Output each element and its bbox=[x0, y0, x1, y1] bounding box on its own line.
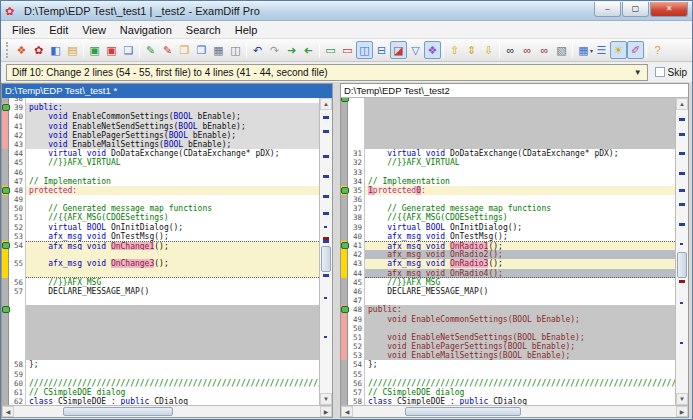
code-line[interactable]: //}}AFX_VIRTUAL bbox=[26, 158, 319, 167]
copy-second-file-button[interactable]: ❐ bbox=[193, 41, 210, 59]
menu-files[interactable]: Files bbox=[5, 23, 42, 37]
current-diff-button[interactable]: ⇕ bbox=[463, 41, 480, 59]
find-next-button[interactable]: ∞ bbox=[519, 41, 536, 59]
code-line[interactable] bbox=[365, 122, 675, 131]
copy-first-file-button[interactable]: ❐ bbox=[176, 41, 193, 59]
save-all-button[interactable]: ❏ bbox=[120, 41, 137, 59]
show-differences-button[interactable]: ◪ bbox=[390, 41, 407, 59]
code-line[interactable]: //}}AFX_MSG bbox=[365, 278, 675, 287]
code-line[interactable]: DECLARE_MESSAGE_MAP() bbox=[26, 287, 319, 296]
minimize-button[interactable]: – bbox=[594, 2, 621, 17]
find-button[interactable]: ∞ bbox=[502, 41, 519, 59]
code-line[interactable] bbox=[365, 112, 675, 121]
code-line[interactable]: void EnableMailSettings(BOOL bEnable); bbox=[26, 140, 319, 149]
chevron-down-icon[interactable]: ▼ bbox=[630, 68, 642, 77]
show-second-pane-button[interactable]: ▭ bbox=[339, 41, 356, 59]
edit-first-file-button[interactable]: ✎ bbox=[142, 41, 159, 59]
save-second-file-button[interactable]: ▣ bbox=[103, 41, 120, 59]
previous-diff-button[interactable]: ⇧ bbox=[446, 41, 463, 59]
scroll-up-arrow-icon[interactable]: ▲ bbox=[320, 98, 332, 110]
code-line[interactable] bbox=[26, 305, 319, 314]
code-line[interactable]: DECLARE_MESSAGE_MAP() bbox=[365, 287, 675, 296]
compare-result-button[interactable]: ✿ bbox=[30, 41, 47, 59]
menu-edit[interactable]: Edit bbox=[42, 23, 75, 37]
code-line[interactable]: //{{AFX_MSG(CDOESettings) bbox=[26, 213, 319, 222]
code-line[interactable]: }; bbox=[365, 360, 675, 369]
maximize-button[interactable]: ▢ bbox=[622, 2, 649, 17]
code-line[interactable]: // Implementation bbox=[365, 177, 675, 186]
code-line[interactable] bbox=[26, 351, 319, 360]
save-first-file-button[interactable]: ▣ bbox=[86, 41, 103, 59]
first-file-vertical-scrollbar[interactable]: ▲ ▼ bbox=[319, 98, 332, 405]
menu-navigation[interactable]: Navigation bbox=[113, 23, 179, 37]
menu-help[interactable]: Help bbox=[228, 23, 265, 37]
swap-panes-button[interactable]: ◧ bbox=[47, 41, 64, 59]
horizontal-scroll-thumb[interactable] bbox=[405, 407, 521, 416]
code-line[interactable] bbox=[26, 296, 319, 305]
code-line[interactable] bbox=[26, 195, 319, 204]
code-line[interactable]: afx_msg void OnRadio3(); bbox=[365, 259, 675, 268]
next-diff-button[interactable]: ⇩ bbox=[480, 41, 497, 59]
code-line[interactable]: afx_msg void OnRadio1(); bbox=[365, 241, 675, 250]
code-line[interactable] bbox=[365, 296, 675, 305]
vertical-scroll-thumb[interactable] bbox=[677, 252, 687, 278]
code-line[interactable]: afx_msg void OnChange1(); bbox=[26, 241, 319, 250]
sync-scrolling-button[interactable]: ☀ bbox=[610, 41, 627, 59]
code-line[interactable]: //{{AFX_MSG(CDOESettings) bbox=[365, 213, 675, 222]
code-line[interactable] bbox=[365, 168, 675, 177]
undo-button[interactable]: ↶ bbox=[249, 41, 266, 59]
scroll-up-arrow-icon[interactable]: ▲ bbox=[676, 98, 688, 110]
code-line[interactable]: void EnablePagerSettings(BOOL bEnable); bbox=[365, 342, 675, 351]
code-line[interactable]: virtual void DoDataExchange(CDataExchang… bbox=[26, 149, 319, 158]
compare-files-button[interactable]: ❖ bbox=[13, 41, 30, 59]
code-line[interactable]: void EnablePagerSettings(BOOL bEnable); bbox=[26, 131, 319, 140]
code-line[interactable]: // Generated message map functions bbox=[26, 204, 319, 213]
code-line[interactable]: afx_msg void OnRadio4(); bbox=[365, 269, 675, 278]
scroll-down-arrow-icon[interactable]: ▼ bbox=[320, 393, 332, 405]
code-line[interactable] bbox=[365, 370, 675, 379]
first-file-horizontal-scrollbar[interactable]: ◀ ▶ bbox=[2, 405, 332, 417]
code-line[interactable] bbox=[26, 269, 319, 278]
menu-search[interactable]: Search bbox=[179, 23, 228, 37]
code-line[interactable] bbox=[26, 324, 319, 333]
code-line[interactable] bbox=[365, 324, 675, 333]
code-line[interactable] bbox=[26, 333, 319, 342]
code-line[interactable]: //}}AFX_MSG bbox=[26, 278, 319, 287]
help-button[interactable]: ? bbox=[649, 41, 666, 59]
toolbar-grip[interactable] bbox=[6, 42, 10, 58]
second-file-horizontal-scrollbar[interactable]: ◀ ▶ bbox=[341, 405, 688, 417]
copy-block-left-button[interactable]: ➜ bbox=[300, 41, 317, 59]
code-line[interactable]: ////////////////////////////////////////… bbox=[365, 379, 675, 388]
code-line[interactable]: virtual void DoDataExchange(CDataExchang… bbox=[365, 149, 675, 158]
code-line[interactable]: afx_msg void OnTestMsg(); bbox=[365, 232, 675, 241]
redo-button[interactable]: ↷ bbox=[266, 41, 283, 59]
copy-block-right-button[interactable]: ➜ bbox=[283, 41, 300, 59]
print-preview-button[interactable]: ◫ bbox=[227, 41, 244, 59]
code-line[interactable]: // Implementation bbox=[26, 177, 319, 186]
code-line[interactable] bbox=[365, 140, 675, 149]
code-line[interactable]: protected: bbox=[26, 186, 319, 195]
code-line[interactable] bbox=[26, 370, 319, 379]
scroll-right-arrow-icon[interactable]: ▶ bbox=[676, 406, 688, 417]
menu-view[interactable]: View bbox=[75, 23, 113, 37]
show-first-pane-button[interactable]: ▭ bbox=[322, 41, 339, 59]
code-line[interactable]: void EnableNetSendSettings(BOOL bEnable)… bbox=[365, 333, 675, 342]
code-line[interactable]: afx_msg void OnTestMsg(); bbox=[26, 232, 319, 241]
first-file-header[interactable]: D:\Temp\EDP Test\_test1 * bbox=[2, 84, 332, 98]
code-line[interactable]: afx_msg void OnChange3(); bbox=[26, 259, 319, 268]
report-button[interactable]: ☰ bbox=[593, 41, 610, 59]
code-line[interactable] bbox=[365, 195, 675, 204]
split-vertical-button[interactable]: ◫ bbox=[356, 41, 373, 59]
open-files-button[interactable]: ▤ bbox=[64, 41, 81, 59]
code-line[interactable]: ////////////////////////////////////////… bbox=[26, 379, 319, 388]
code-line[interactable]: //}}AFX_VIRTUAL bbox=[365, 158, 675, 167]
scroll-left-arrow-icon[interactable]: ◀ bbox=[2, 406, 14, 417]
close-button[interactable]: ✕ bbox=[650, 2, 688, 17]
code-line[interactable]: void EnableCommonSettings(BOOL bEnable); bbox=[365, 315, 675, 324]
code-line[interactable] bbox=[26, 342, 319, 351]
code-line[interactable]: void EnableNetSendSettings(BOOL bEnable)… bbox=[26, 122, 319, 131]
filter-button[interactable]: ▽ bbox=[407, 41, 424, 59]
color-options-button[interactable]: ✐ bbox=[627, 41, 644, 59]
code-line[interactable]: public: bbox=[26, 103, 319, 112]
second-file-header[interactable]: D:\Temp\EDP Test\_test2 bbox=[341, 84, 688, 98]
